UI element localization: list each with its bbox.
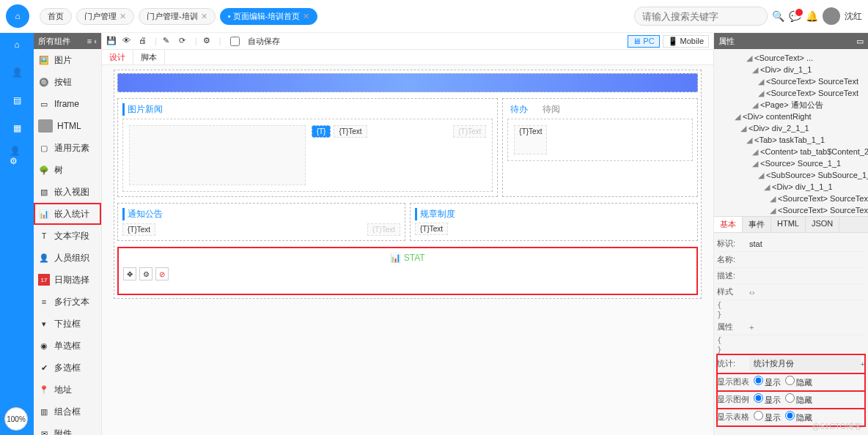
tree-node[interactable]: ◢ <SourceText> SourceText [717,75,865,87]
card-title-rules: 规章制度 [415,208,693,220]
component-item-15[interactable]: 📍地址 [34,379,101,401]
component-item-10[interactable]: 17日期选择 [34,269,101,291]
tree-node[interactable]: ◢ <Div> contentRight [717,111,865,122]
stat-component[interactable]: 📊 STAT ✥ ⚙ ⊘ [117,247,698,295]
label-desc: 描述: [717,270,749,281]
component-item-0[interactable]: 🖼️图片 [34,49,101,71]
component-item-1[interactable]: 🔘按钮 [34,71,101,93]
message-icon[interactable]: 💬 [789,10,801,22]
val-stat[interactable]: 统计按月份 [749,357,861,371]
component-item-2[interactable]: ▭Iframe [34,93,101,115]
component-item-11[interactable]: ≡多行文本 [34,291,101,313]
component-item-7[interactable]: 📊嵌入统计 [34,203,101,225]
tree-node[interactable]: ◢ <Page> 通知公告 [717,99,865,111]
tree-node[interactable]: ◢ <Div> div_1_1 [717,64,865,75]
edit-icon[interactable]: ✎ [163,36,173,46]
component-item-16[interactable]: ▥组合框 [34,401,101,423]
notification-icon[interactable]: 🔔 [806,10,818,22]
component-item-3[interactable]: HTML [34,115,101,137]
collapse-icon[interactable]: ▭ [856,37,864,46]
tree-node[interactable]: ◢ <Div> div_2_1_1 [717,122,865,134]
image-placeholder[interactable] [129,125,306,185]
label-showchart: 显示图表 [717,376,749,387]
tree-node[interactable]: ◢ <SourceText> ... [717,52,865,64]
attr-code[interactable]: {} [717,335,865,354]
settings-icon[interactable]: ⚙ [203,36,213,46]
avatar[interactable] [823,7,840,25]
component-item-13[interactable]: ◉单选框 [34,335,101,357]
val-id[interactable]: stat [749,239,865,248]
label-showlegend: 显示图例 [717,394,749,405]
crumb-training[interactable]: 门户管理-培训✕ [139,8,216,25]
crumb-active[interactable]: • 页面编辑-培训首页✕ [220,8,318,25]
save-icon[interactable]: 💾 [106,36,117,46]
page-canvas[interactable]: 图片新闻 {T} {T}Text (T)Text 待办待阅 {T}Te [114,70,702,299]
tree-node[interactable]: ◢ <SourceText> SourceText [717,87,865,99]
ttext-ann[interactable]: {T}Text [122,223,155,236]
component-item-6[interactable]: ▧嵌入视图 [34,181,101,203]
autosave-label: 自动保存 [248,36,280,47]
device-mobile[interactable]: 📱 Mobile [663,35,709,48]
component-item-4[interactable]: ▢通用元素 [34,137,101,159]
radio-legend-hide[interactable] [785,393,795,403]
style-code[interactable]: {} [717,300,865,319]
component-item-9[interactable]: 👤人员组织 [34,247,101,269]
autosave-checkbox[interactable] [230,37,240,46]
component-item-8[interactable]: T文本字段 [34,225,101,247]
radio-legend-show[interactable] [754,393,763,403]
nav-calendar-icon[interactable]: ▦ [10,121,24,135]
tree-node[interactable]: ◢ <SubSource> SubSource_1_1 [717,169,865,181]
radio-chart-show[interactable] [754,376,763,385]
tree-node[interactable]: ◢ <SourceText> SourceText_1 [717,204,865,216]
tab-design[interactable]: 设计 [102,50,133,64]
props-title: 属性 [718,36,735,47]
nav-user-icon[interactable]: 👤 [10,65,24,80]
print-icon[interactable]: 🖨 [139,36,149,46]
ttext-faded[interactable]: (T)Text [453,125,486,138]
component-item-17[interactable]: ✉附件 [34,423,101,435]
tab-script[interactable]: 脚本 [133,50,165,64]
nav-home-icon[interactable]: ⌂ [10,37,24,52]
crumb-portal[interactable]: 门户管理✕ [76,8,134,25]
ptab-basic[interactable]: 基本 [714,217,743,232]
zoom-indicator[interactable]: 100% [4,407,28,431]
search-icon[interactable]: 🔍 [772,10,784,22]
refresh-icon[interactable]: ⟳ [179,36,189,46]
ptab-json[interactable]: JSON [806,217,839,232]
ttext-todo[interactable]: {T}Text [514,125,547,155]
card-title-toread[interactable]: 待阅 [542,103,560,116]
ttext-node[interactable]: {T}Text [334,125,367,138]
preview-icon[interactable]: 👁 [122,36,133,46]
ttext-rules[interactable]: {T}Text [415,223,448,235]
crumb-home[interactable]: 首页 [40,8,72,25]
card-title-picnews: 图片新闻 [122,103,493,116]
nav-settings-icon[interactable]: 👤⚙ [10,149,24,163]
label-id: 标识: [717,238,749,249]
card-title-todo[interactable]: 待办 [510,103,528,116]
delete-icon[interactable]: ⊘ [155,267,169,280]
tree-node[interactable]: ◢ <SourceText> SourceText_2 [717,193,865,204]
radio-chart-hide[interactable] [785,376,795,385]
ptab-event[interactable]: 事件 [743,217,771,232]
tree-node[interactable]: ◢ <Tab> taskTab_1_1 [717,134,865,146]
search-input[interactable] [634,7,768,26]
label-showtable: 显示表格 [717,412,749,423]
banner-placeholder[interactable] [117,73,698,92]
device-pc[interactable]: 🖥 PC [628,35,659,48]
tree-node[interactable]: ◢ <Div> div_1_1_1 [717,181,865,193]
element-tree[interactable]: ◢ <SourceText> ...◢ <Div> div_1_1◢ <Sour… [714,49,868,216]
radio-table-show[interactable] [754,411,763,420]
ttext-ann-faded[interactable]: (T)Text [367,223,400,236]
component-item-5[interactable]: 🌳树 [34,159,101,181]
watermark: @51CTO博客 [812,421,862,432]
component-item-12[interactable]: ▾下拉框 [34,313,101,335]
nav-page-icon[interactable]: ▤ [10,93,24,108]
ptab-html[interactable]: HTML [771,217,806,232]
radio-table-hide[interactable] [785,411,795,420]
config-icon[interactable]: ⚙ [139,267,152,280]
component-item-14[interactable]: ✔多选框 [34,357,101,379]
app-logo[interactable]: ⌂ [6,4,29,28]
tree-node[interactable]: ◢ <Source> Source_1_1 [717,157,865,169]
move-handle-icon[interactable]: ✥ [123,267,136,280]
tree-node[interactable]: ◢ <Content> tab_tab$Content_2_1 [717,146,865,157]
